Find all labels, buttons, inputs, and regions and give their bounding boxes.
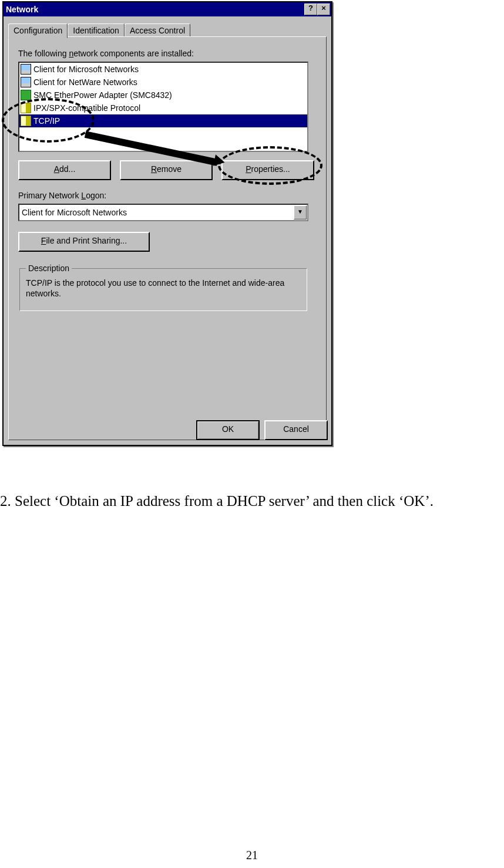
tab-identification[interactable]: Identification <box>68 23 125 38</box>
list-item[interactable]: Client for NetWare Networks <box>19 76 307 89</box>
tab-strip: Configuration Identification Access Cont… <box>8 23 327 38</box>
list-item-label: Client for Microsoft Networks <box>33 65 139 74</box>
remove-button[interactable]: Remove <box>120 160 213 180</box>
logon-combobox[interactable]: Client for Microsoft Networks ▼ <box>18 204 308 221</box>
client-icon <box>21 64 31 75</box>
components-label: The following network components are ins… <box>18 49 317 58</box>
chevron-down-icon[interactable]: ▼ <box>294 205 307 219</box>
tab-body: The following network components are ins… <box>8 36 327 440</box>
dialog-buttons: OK Cancel <box>196 420 328 440</box>
combo-value: Client for Microsoft Networks <box>19 208 293 217</box>
client-icon <box>21 77 31 87</box>
list-item-label: Client for NetWare Networks <box>33 77 137 87</box>
document-page: Network ? × Configuration Identification… <box>0 0 504 868</box>
page-number: 21 <box>0 849 504 862</box>
ok-button[interactable]: OK <box>196 420 260 440</box>
tab-configuration[interactable]: Configuration <box>8 23 68 38</box>
logon-label: Primary Network Logon: <box>18 191 317 200</box>
list-item[interactable]: Client for Microsoft Networks <box>19 63 307 76</box>
tab-container: Configuration Identification Access Cont… <box>4 16 331 445</box>
titlebar-buttons: ? × <box>304 4 330 15</box>
annotation-ellipse-tcp <box>2 98 95 143</box>
file-print-sharing-button[interactable]: File and Print Sharing... <box>18 232 150 252</box>
instruction-text: 2. Select ‘Obtain an IP address from a D… <box>0 493 434 509</box>
cancel-button[interactable]: Cancel <box>264 420 328 440</box>
add-button[interactable]: Add... <box>18 160 111 180</box>
description-legend: Description <box>26 264 72 273</box>
tab-access-control[interactable]: Access Control <box>125 23 190 38</box>
window-title: Network <box>6 5 38 14</box>
description-text: TCP/IP is the protocol you use to connec… <box>26 278 301 299</box>
annotation-ellipse-properties <box>218 146 322 185</box>
titlebar: Network ? × <box>4 2 331 16</box>
adapter-icon <box>21 90 31 100</box>
description-group: Description TCP/IP is the protocol you u… <box>19 264 307 311</box>
network-dialog: Network ? × Configuration Identification… <box>2 1 332 446</box>
help-button[interactable]: ? <box>304 4 317 15</box>
close-button[interactable]: × <box>317 4 330 15</box>
